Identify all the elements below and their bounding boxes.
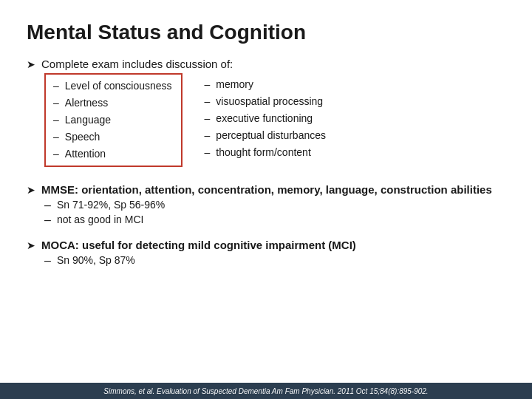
col-left-item-2: Alertness: [65, 95, 108, 112]
list-item: – memory: [205, 76, 326, 93]
section2-bullet-text: MMSE: orientation, attention, concentrat…: [41, 183, 492, 196]
list-item: – executive functioning: [205, 110, 326, 127]
col-right-item-2: visuospatial processing: [216, 93, 323, 110]
col-right: – memory – visuospatial processing – exe…: [205, 73, 326, 167]
arrow-icon-2: ➤: [27, 184, 35, 196]
footer-text: Simmons, et al. Evaluation of Suspected …: [103, 387, 428, 395]
dash-icon: –: [205, 127, 211, 144]
list-item: – thought form/content: [205, 144, 326, 161]
col-left-item-1: Level of consciousness: [65, 78, 172, 95]
arrow-icon-1: ➤: [27, 58, 35, 70]
section1-bullet-row: ➤ Complete exam includes discussion of:: [27, 58, 505, 70]
dash-icon: –: [53, 78, 59, 95]
list-item: – Sn 90%, Sp 87%: [44, 254, 505, 267]
dash-icon: –: [53, 112, 59, 129]
list-item: – Language: [53, 112, 172, 129]
list-item: – Level of consciousness: [53, 78, 172, 95]
col-left: – Level of consciousness – Alertness – L…: [44, 73, 183, 167]
col-right-item-5: thought form/content: [216, 144, 310, 161]
list-item: – visuospatial processing: [205, 93, 326, 110]
dash-icon: –: [44, 214, 51, 227]
section3-sub-1: Sn 90%, Sp 87%: [57, 254, 135, 266]
section2-sub-2: not as good in MCI: [57, 214, 144, 225]
col-left-item-5: Attention: [65, 146, 106, 163]
dash-icon: –: [205, 110, 211, 127]
list-item: – Alertness: [53, 95, 172, 112]
col-right-item-3: executive functioning: [216, 110, 313, 127]
page: Mental Status and Cognition ➤ Complete e…: [0, 0, 532, 399]
dash-icon: –: [205, 93, 211, 110]
section2-sub-1: Sn 71-92%, Sp 56-96%: [57, 199, 165, 211]
dash-icon: –: [53, 95, 59, 112]
section2-bullet-row: ➤ MMSE: orientation, attention, concentr…: [27, 183, 505, 196]
arrow-icon-3: ➤: [27, 239, 35, 251]
list-item: – perceptual disturbances: [205, 127, 326, 144]
section-1: ➤ Complete exam includes discussion of: …: [27, 58, 505, 173]
col-left-item-3: Language: [65, 112, 111, 129]
section3-bullet-row: ➤ MOCA: useful for detecting mild cognit…: [27, 239, 505, 251]
col-right-item-4: perceptual disturbances: [216, 127, 326, 144]
list-item: – Speech: [53, 129, 172, 146]
dash-icon: –: [53, 146, 59, 163]
section1-bullet-text: Complete exam includes discussion of:: [41, 58, 233, 70]
section3-bullet-text: MOCA: useful for detecting mild cognitiv…: [41, 239, 356, 251]
col-left-item-4: Speech: [65, 129, 100, 146]
dash-icon: –: [44, 199, 51, 212]
dash-icon: –: [44, 254, 51, 267]
two-col-container: – Level of consciousness – Alertness – L…: [44, 73, 505, 167]
page-title: Mental Status and Cognition: [27, 21, 505, 44]
list-item: – Sn 71-92%, Sp 56-96%: [44, 199, 505, 212]
col-right-item-1: memory: [216, 76, 253, 93]
list-item: – not as good in MCI: [44, 214, 505, 227]
dash-icon: –: [205, 76, 211, 93]
section-3: ➤ MOCA: useful for detecting mild cognit…: [27, 239, 505, 269]
dash-icon: –: [205, 144, 211, 161]
footer-bar: Simmons, et al. Evaluation of Suspected …: [0, 383, 532, 399]
dash-icon: –: [53, 129, 59, 146]
section-2: ➤ MMSE: orientation, attention, concentr…: [27, 183, 505, 228]
list-item: – Attention: [53, 146, 172, 163]
